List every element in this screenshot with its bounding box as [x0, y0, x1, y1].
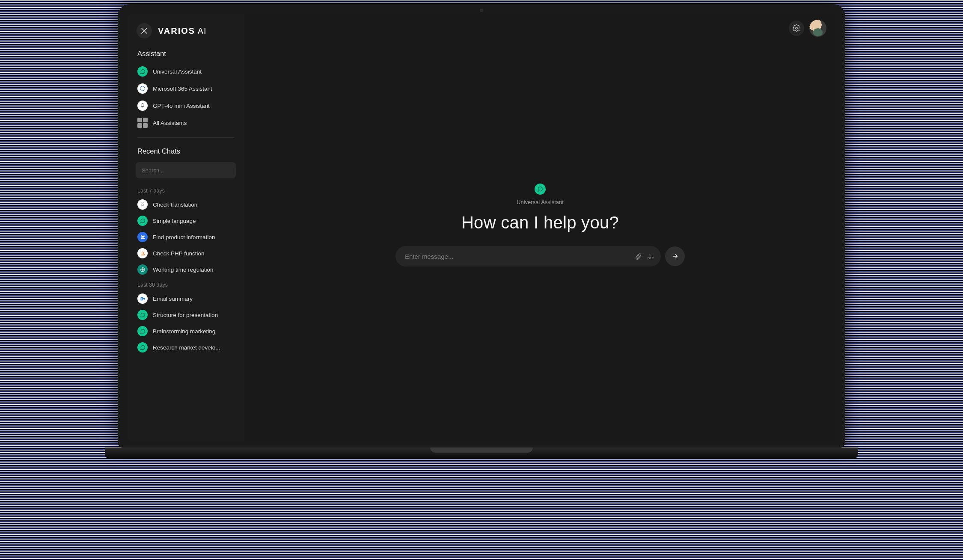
main-panel: Universal Assistant How can I help you? …: [244, 14, 836, 441]
svg-point-0: [140, 86, 145, 91]
assistant-section-title: Assistant: [127, 46, 244, 63]
outlook-icon: O: [137, 293, 148, 304]
svg-point-2: [142, 204, 143, 205]
close-sidebar-button[interactable]: [137, 23, 152, 39]
search-input[interactable]: [142, 167, 230, 174]
recent-chat-item[interactable]: Working time regulation: [127, 261, 244, 278]
attach-button[interactable]: [635, 253, 642, 260]
camera-icon: [480, 9, 483, 12]
chat-bubble-icon: [137, 310, 148, 320]
message-input[interactable]: [405, 253, 630, 260]
sidebar-item-all-assistants[interactable]: All Assistants: [127, 114, 244, 131]
sidebar-item-label: Microsoft 365 Assistant: [153, 86, 212, 92]
svg-point-1: [142, 105, 143, 107]
recent-chat-item[interactable]: Check PHP function: [127, 245, 244, 261]
message-input-container[interactable]: DLP: [395, 246, 661, 267]
recent-chat-item[interactable]: Structure for presentation: [127, 307, 244, 323]
stackoverflow-icon: [137, 248, 148, 258]
chat-bubble-icon: [137, 326, 148, 336]
recent-chat-label: Research market develo...: [153, 344, 220, 351]
recent-chat-label: Find product information: [153, 234, 215, 240]
laptop-mockup: VARIOS AI Assistant Universal AssistantM…: [118, 4, 845, 459]
openai-icon: [137, 199, 148, 210]
recent-chat-item[interactable]: Find product information: [127, 229, 244, 245]
sidebar-header: VARIOS AI: [127, 23, 244, 46]
copilot-icon: [137, 83, 148, 94]
recent-chat-item[interactable]: Simple language: [127, 213, 244, 229]
dlp-toggle[interactable]: DLP: [647, 252, 654, 260]
dlp-label: DLP: [647, 257, 654, 260]
confluence-icon: [137, 232, 148, 242]
brand-name-bold: VARIOS: [158, 26, 195, 36]
recent-group-title: Last 30 days: [127, 278, 244, 290]
empty-state: Universal Assistant How can I help you? …: [244, 26, 836, 424]
recent-chat-label: Brainstorming marketing: [153, 328, 215, 335]
current-assistant-chip: Universal Assistant: [517, 184, 564, 205]
send-button[interactable]: [665, 246, 685, 266]
chat-bubble-icon: [537, 186, 543, 192]
search-box[interactable]: [136, 162, 236, 178]
laptop-base: [105, 447, 858, 459]
sidebar-item-label: GPT-4o mini Assistant: [153, 103, 210, 109]
chat-bubble-icon: [137, 342, 148, 353]
recent-section-title: Recent Chats: [127, 144, 244, 160]
paperclip-icon: [635, 253, 642, 260]
recent-chat-item[interactable]: Brainstorming marketing: [127, 323, 244, 339]
chat-bubble-icon: [137, 66, 148, 77]
composer: DLP: [395, 246, 685, 267]
recent-chat-label: Structure for presentation: [153, 312, 218, 318]
app-screen: VARIOS AI Assistant Universal AssistantM…: [127, 14, 836, 441]
recent-chat-label: Check PHP function: [153, 250, 205, 257]
recent-chat-label: Email summary: [153, 296, 193, 302]
grid-icon: [137, 118, 148, 128]
sidebar-item-assistant[interactable]: Universal Assistant: [127, 63, 244, 80]
openai-icon: [137, 101, 148, 111]
recent-chat-item[interactable]: Research market develo...: [127, 339, 244, 356]
hero-title: How can I help you?: [461, 213, 619, 232]
recent-group-title: Last 7 days: [127, 184, 244, 196]
recent-chat-label: Working time regulation: [153, 267, 214, 273]
laptop-lid: VARIOS AI Assistant Universal AssistantM…: [118, 4, 845, 447]
current-assistant-label: Universal Assistant: [517, 199, 564, 205]
globe-icon: [137, 264, 148, 275]
sidebar-item-label: All Assistants: [153, 120, 187, 126]
brand-logo: VARIOS AI: [158, 26, 207, 36]
svg-text:O: O: [141, 298, 143, 300]
sidebar-item-label: Universal Assistant: [153, 68, 202, 75]
recent-chat-label: Simple language: [153, 218, 196, 224]
divider: [137, 137, 234, 138]
sidebar-item-assistant[interactable]: GPT-4o mini Assistant: [127, 97, 244, 114]
recent-chat-label: Check translation: [153, 201, 197, 208]
sidebar-item-assistant[interactable]: Microsoft 365 Assistant: [127, 80, 244, 97]
sidebar: VARIOS AI Assistant Universal AssistantM…: [127, 14, 244, 441]
close-icon: [141, 28, 147, 34]
arrow-right-icon: [671, 252, 679, 260]
recent-chat-item[interactable]: Check translation: [127, 196, 244, 213]
chat-bubble-icon: [137, 216, 148, 226]
recent-chat-item[interactable]: OEmail summary: [127, 290, 244, 307]
assistant-avatar-icon: [535, 184, 546, 195]
brand-name-light: AI: [198, 26, 207, 36]
